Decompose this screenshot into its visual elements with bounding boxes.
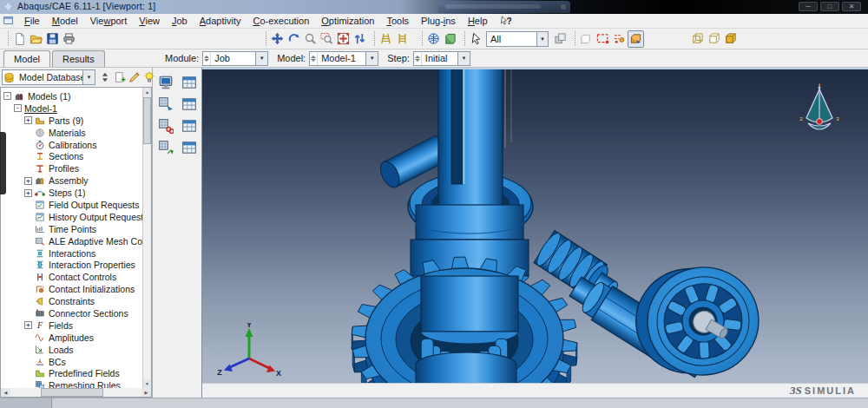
wireframe-sphere-button[interactable] (425, 30, 442, 48)
menu-co-execution[interactable]: Co-execution (247, 14, 315, 29)
tree-item-fields[interactable]: +FFields (1, 319, 151, 332)
expand-icon[interactable]: + (24, 116, 32, 124)
tree-item-sections[interactable]: Sections (1, 150, 151, 162)
menu-plug-ins[interactable]: Plug-ins (415, 14, 462, 29)
scroll-down-icon[interactable]: ▼ (143, 379, 151, 388)
tree-item-contact-controls[interactable]: Contact Controls (1, 271, 151, 283)
tree-item-ale-adaptive-mesh-constraints[interactable]: ALE Adaptive Mesh Constraints (1, 235, 151, 247)
tree-item-amplitudes[interactable]: Amplitudes (1, 332, 151, 344)
hiddenline-cube-button[interactable] (706, 30, 722, 48)
create-model-button[interactable] (112, 70, 127, 85)
rotate-button[interactable] (286, 30, 302, 48)
new-file-button[interactable] (11, 30, 28, 48)
tree-item-connector-sections[interactable]: Connector Sections (1, 307, 151, 319)
adaptivity-manager-button[interactable] (178, 94, 201, 115)
tree-vertical-scrollbar[interactable]: ▲ ▼ (142, 88, 151, 388)
expand-icon[interactable]: + (24, 321, 32, 329)
zoom-box-button[interactable] (319, 30, 335, 48)
step-dropdown-icon[interactable]: ▼ (457, 52, 470, 65)
tree-item-time-points[interactable]: Time Points (1, 223, 151, 235)
tree-horizontal-scrollbar[interactable]: ◀ ▶ (0, 388, 152, 398)
tree-item-contact-initializations[interactable]: Contact Initializations (1, 283, 151, 295)
tree-item-loads[interactable]: Loads (1, 344, 151, 356)
menu-view[interactable]: View (133, 14, 166, 29)
module-spinner[interactable] (203, 52, 211, 65)
create-optimization-button[interactable] (155, 137, 177, 158)
print-button[interactable] (61, 30, 77, 48)
shaded-sphere-button[interactable] (442, 30, 458, 48)
open-folder-button[interactable] (28, 30, 44, 48)
menu-model[interactable]: Model (46, 14, 84, 29)
collapse-icon[interactable]: - (3, 92, 11, 100)
expand-icon[interactable]: + (24, 177, 32, 185)
menu-help[interactable]: Help (462, 14, 494, 29)
job-manager-button[interactable] (178, 72, 201, 93)
selection-filter-combo[interactable]: All▼ (486, 31, 549, 47)
view-compass[interactable]: 1 2 3 (795, 83, 844, 137)
expand-icon[interactable]: + (24, 189, 32, 197)
menu-file[interactable]: File (18, 14, 46, 29)
tree-item-remeshing-rules[interactable]: Remeshing Rules (1, 379, 151, 388)
tree-item-history-output-requests[interactable]: History Output Requests (1, 211, 151, 223)
tree-item-steps-1[interactable]: +Steps (1) (1, 187, 151, 199)
viewport-canvas[interactable]: 1 2 3 Y X Z 3S SIMULIA (202, 68, 868, 398)
tree-item-interaction-properties[interactable]: Interaction Properties (1, 259, 151, 271)
cursor-button[interactable] (468, 30, 484, 48)
collapse-icon[interactable]: - (14, 104, 22, 112)
scroll-right-icon[interactable]: ▶ (141, 388, 151, 397)
step-spinner[interactable] (414, 52, 422, 65)
spin-arrows-button[interactable] (97, 70, 112, 85)
model-combo[interactable]: Model-1 ▼ (309, 51, 378, 66)
create-adaptivity-button[interactable] (155, 94, 177, 115)
tree-item-model-1[interactable]: -Model-1 (1, 102, 151, 115)
visible-object-button[interactable] (628, 30, 644, 48)
model-dropdown-icon[interactable]: ▼ (365, 52, 378, 65)
optimization-manager-button[interactable] (178, 137, 201, 158)
tree-item-profiles[interactable]: Profiles (1, 162, 151, 174)
edit-model-button[interactable] (127, 70, 141, 85)
window-restore-icon[interactable] (3, 15, 15, 27)
perspective-button[interactable] (378, 30, 394, 48)
menu-optimization[interactable]: Optimization (315, 14, 380, 29)
pan-button[interactable] (269, 30, 286, 48)
context-help-icon[interactable]: ? (499, 16, 512, 27)
menu-tools[interactable]: Tools (380, 14, 415, 29)
layers-button[interactable] (552, 30, 569, 48)
drag-rect-button[interactable] (595, 30, 611, 48)
ghost-boxes-button[interactable] (578, 30, 595, 48)
tree-item-materials[interactable]: Materials (1, 127, 151, 139)
model-spinner[interactable] (310, 52, 318, 65)
coexecution-manager-button[interactable] (178, 115, 201, 136)
highlight-dots-button[interactable] (611, 30, 628, 48)
tree-item-models-1[interactable]: -Models (1) (1, 90, 151, 102)
scroll-thumb[interactable] (143, 97, 151, 144)
scroll-left-icon[interactable]: ◀ (1, 388, 10, 397)
maximize-button[interactable]: □ (820, 2, 839, 11)
selection-filter-dropdown-icon[interactable]: ▼ (536, 32, 548, 46)
menu-job[interactable]: Job (166, 14, 194, 29)
magnify-button[interactable] (302, 30, 319, 48)
menu-viewport[interactable]: Viewport (84, 14, 134, 29)
minimize-button[interactable]: ─ (799, 2, 818, 11)
tree-item-bcs[interactable]: BCs (1, 356, 151, 368)
tree-item-constraints[interactable]: Constraints (1, 295, 151, 307)
tree-item-predefined-fields[interactable]: Predefined Fields (1, 367, 151, 379)
fit-view-button[interactable] (335, 30, 352, 48)
create-coexecution-button[interactable] (155, 115, 177, 136)
hscroll-thumb[interactable] (41, 388, 103, 397)
menu-adaptivity[interactable]: Adaptivity (194, 14, 247, 29)
database-dropdown-icon[interactable]: ▼ (82, 70, 95, 84)
save-button[interactable] (44, 30, 61, 48)
tab-model[interactable]: Model (3, 50, 50, 67)
tips-button[interactable] (141, 70, 156, 85)
close-button[interactable]: ✕ (842, 2, 861, 11)
scroll-up-icon[interactable]: ▲ (143, 88, 151, 96)
create-job-button[interactable] (155, 72, 177, 93)
tree-item-field-output-requests[interactable]: Field Output Requests (1, 199, 151, 211)
cycle-views-button[interactable] (352, 30, 368, 48)
tree-item-calibrations[interactable]: Calibrations (1, 139, 151, 151)
module-combo[interactable]: Job ▼ (202, 51, 268, 66)
tree-item-assembly[interactable]: +Assembly (1, 174, 151, 187)
module-dropdown-icon[interactable]: ▼ (255, 52, 267, 65)
tree-item-interactions[interactable]: Interactions (1, 247, 151, 260)
